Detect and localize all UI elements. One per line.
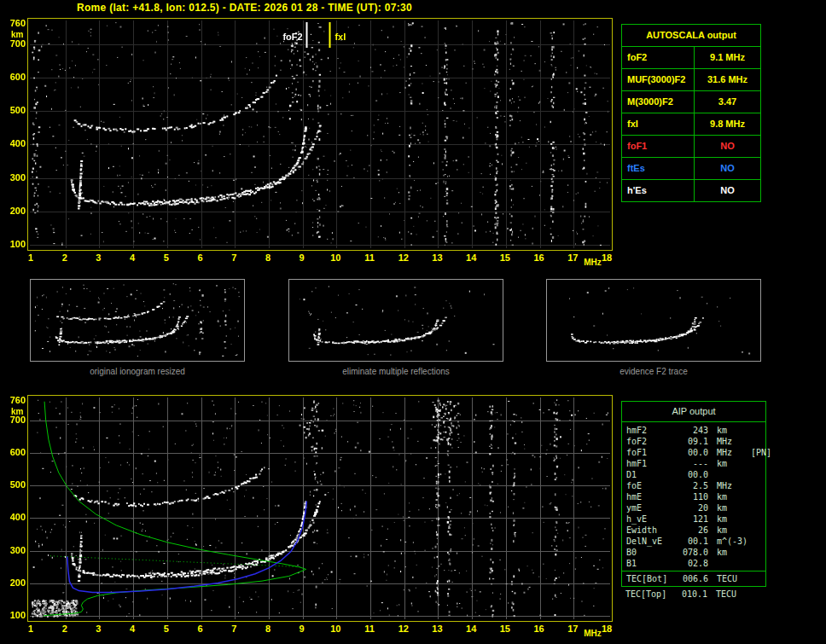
aip-param-unit: MHz: [708, 480, 751, 491]
autoscala-row-M(3000)F2: M(3000)F23.47: [622, 91, 760, 113]
autoscala-param-label: ftEs: [622, 158, 695, 179]
autoscala-row-foF2: foF29.1 MHz: [622, 47, 760, 69]
aip-param-name: h_vE: [626, 513, 679, 525]
x-tick-label: 3: [88, 624, 108, 634]
x-tick-label: 5: [156, 252, 177, 263]
autoscala-param-label: M(3000)F2: [622, 91, 695, 113]
thumbnail-canvas-no-multiples: [289, 280, 503, 361]
y-tick-label: 500: [2, 479, 26, 490]
aip-param-value: 010.1: [678, 589, 707, 600]
aip-param-value: 110: [679, 491, 708, 502]
y-axis-unit-label: km: [11, 30, 23, 39]
aip-param-unit: MHz: [708, 447, 751, 458]
aip-param-value: 02.8: [679, 558, 708, 569]
aip-row-tec-bot: TEC[Bot]006.6TECU: [622, 571, 765, 584]
x-axis-unit-label: MHz: [584, 258, 602, 267]
thumbnail-canvas-f2-trace: [547, 280, 760, 361]
y-axis-unit-label: km: [11, 407, 23, 416]
x-tick-label: 12: [393, 624, 414, 634]
aip-param-extra: [PN]: [751, 447, 771, 458]
aip-param-unit: km: [708, 425, 751, 436]
marker-foF2-label: foF2: [269, 32, 303, 42]
x-tick-label: 11: [359, 252, 380, 263]
aip-param-name: hmE: [626, 491, 679, 502]
autoscala-window: Rome (lat: +41.8, lon: 012.5) - DATE: 20…: [0, 0, 826, 644]
autoscala-param-value: NO: [695, 136, 760, 157]
aip-param-value: 00.0: [679, 447, 708, 458]
aip-param-name: DelN_vE: [626, 536, 679, 547]
autoscala-param-label: h'Es: [622, 180, 695, 201]
y-tick-label: 760: [2, 395, 26, 405]
aip-row-B0: B0078.0km: [622, 547, 765, 558]
aip-row-B1: B102.8: [622, 558, 765, 569]
x-tick-label: 13: [427, 624, 447, 634]
aip-param-unit: [708, 469, 751, 480]
autoscala-row-ftEs: ftEsNO: [622, 158, 760, 180]
marker-fxI-label: fxI: [334, 32, 346, 42]
x-tick-label: 9: [292, 252, 312, 263]
autoscala-param-label: fxI: [622, 113, 695, 135]
profile-canvas-bottom: [28, 396, 612, 621]
aip-param-value: 20: [679, 502, 708, 513]
aip-row-hmF1: hmF1---km: [622, 458, 765, 469]
aip-param-value: 00.0: [679, 469, 708, 480]
y-tick-label: 400: [2, 512, 26, 522]
x-tick-label: 14: [461, 252, 481, 263]
x-tick-label: 14: [461, 624, 481, 634]
aip-rows: hmF2243kmfoF209.1MHzfoF100.0MHz[PN]hmF1-…: [622, 422, 765, 586]
autoscala-param-value: 31.6 MHz: [695, 69, 760, 90]
x-tick-label: 13: [427, 252, 447, 263]
autoscala-param-label: foF1: [622, 136, 695, 157]
y-tick-label: 200: [2, 206, 26, 216]
autoscala-param-value: 9.1 MHz: [695, 47, 760, 68]
station-title: Rome (lat: +41.8, lon: 012.5) - DATE: 20…: [77, 2, 412, 14]
autoscala-param-value: NO: [695, 180, 760, 201]
y-tick-label: 500: [2, 105, 26, 115]
x-tick-label: 4: [122, 624, 143, 634]
aip-param-value: ---: [679, 458, 708, 469]
autoscala-param-value: 9.8 MHz: [695, 113, 760, 135]
aip-box: AIP outputhmF2243kmfoF209.1MHzfoF100.0MH…: [621, 401, 766, 587]
aip-param-name: ymE: [626, 502, 679, 513]
aip-row-foE: foE2.5MHz: [622, 480, 765, 491]
aip-param-unit: km: [708, 491, 751, 502]
y-tick-label: 400: [2, 138, 26, 148]
x-tick-label: 16: [529, 624, 550, 634]
autoscala-param-label: MUF(3000)F2: [622, 69, 695, 90]
aip-param-name: foF2: [626, 436, 679, 447]
thumbnail-f2-trace: [546, 279, 761, 362]
aip-param-name: TEC[Top]: [625, 589, 678, 600]
autoscala-row-foF1: foF1NO: [622, 136, 760, 158]
ionogram-canvas-top: [28, 19, 612, 250]
aip-param-name: TEC[Bot]: [626, 573, 679, 584]
x-tick-label: 9: [292, 624, 312, 634]
aip-param-name: D1: [626, 469, 679, 480]
x-tick-label: 7: [224, 624, 244, 634]
autoscala-table-title: AUTOSCALA output: [622, 25, 760, 47]
aip-row-h_vE: h_vE121km: [622, 513, 765, 525]
y-tick-label: 300: [2, 545, 26, 555]
autoscala-param-value: 3.47: [695, 91, 760, 113]
x-tick-label: 6: [190, 624, 211, 634]
thumbnail-caption-original: original ionogram resized: [30, 367, 245, 376]
aip-param-unit: TECU: [707, 589, 750, 600]
autoscala-output-table: AUTOSCALA outputfoF29.1 MHzMUF(3000)F231…: [621, 24, 761, 202]
thumbnail-original-ionogram: [30, 279, 245, 362]
y-tick-label: 300: [2, 172, 26, 183]
y-tick-label: 760: [2, 18, 26, 28]
x-tick-label: 8: [258, 624, 278, 634]
aip-param-name: B0: [626, 547, 679, 558]
x-tick-label: 17: [562, 252, 583, 263]
x-tick-label: 16: [529, 252, 550, 263]
thumbnail-canvas-original: [31, 280, 244, 361]
aip-param-name: foF1: [626, 447, 679, 458]
x-tick-label: 5: [156, 624, 177, 634]
autoscala-row-h'Es: h'EsNO: [622, 180, 760, 201]
x-tick-label: 1: [20, 252, 41, 263]
y-tick-label: 600: [2, 447, 26, 457]
y-tick-label: 100: [2, 239, 26, 249]
x-tick-label: 15: [495, 252, 515, 263]
aip-row-hmE: hmE110km: [622, 491, 765, 502]
aip-param-unit: m^(-3): [708, 536, 751, 547]
y-tick-label: 200: [2, 577, 26, 588]
